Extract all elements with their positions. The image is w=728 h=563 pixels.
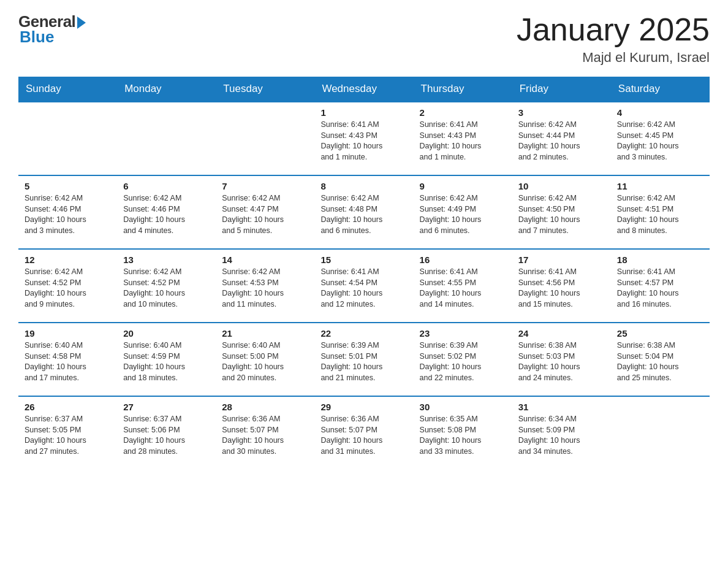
day-number: 2 [420, 107, 506, 118]
calendar-cell: 23Sunrise: 6:39 AM Sunset: 5:02 PM Dayli… [414, 323, 512, 396]
calendar-week-4: 19Sunrise: 6:40 AM Sunset: 4:58 PM Dayli… [18, 323, 710, 396]
day-number: 20 [123, 328, 210, 339]
day-number: 27 [123, 402, 210, 412]
day-info: Sunrise: 6:42 AM Sunset: 4:44 PM Dayligh… [518, 120, 605, 163]
location-title: Majd el Kurum, Israel [517, 50, 710, 66]
calendar-cell [18, 102, 117, 175]
calendar-cell: 16Sunrise: 6:41 AM Sunset: 4:55 PM Dayli… [414, 249, 512, 323]
calendar-cell: 15Sunrise: 6:41 AM Sunset: 4:54 PM Dayli… [314, 249, 413, 323]
day-info: Sunrise: 6:40 AM Sunset: 4:59 PM Dayligh… [123, 340, 210, 383]
day-number: 25 [617, 328, 703, 339]
title-block: January 2025 Majd el Kurum, Israel [517, 12, 710, 66]
day-info: Sunrise: 6:42 AM Sunset: 4:49 PM Dayligh… [420, 193, 506, 236]
day-number: 12 [25, 255, 111, 265]
calendar-cell [117, 102, 216, 175]
day-info: Sunrise: 6:35 AM Sunset: 5:08 PM Dayligh… [420, 414, 506, 457]
calendar-cell: 13Sunrise: 6:42 AM Sunset: 4:52 PM Dayli… [117, 249, 216, 323]
weekday-header-thursday: Thursday [414, 77, 512, 102]
weekday-header-monday: Monday [117, 77, 216, 102]
day-number: 8 [320, 181, 407, 191]
day-info: Sunrise: 6:42 AM Sunset: 4:48 PM Dayligh… [320, 193, 407, 236]
weekday-header-tuesday: Tuesday [216, 77, 314, 102]
calendar-cell [216, 102, 314, 175]
logo: General Blue [18, 12, 86, 47]
day-number: 10 [518, 181, 605, 191]
day-info: Sunrise: 6:41 AM Sunset: 4:57 PM Dayligh… [617, 267, 703, 310]
calendar-cell: 25Sunrise: 6:38 AM Sunset: 5:04 PM Dayli… [611, 323, 710, 396]
day-info: Sunrise: 6:36 AM Sunset: 5:07 PM Dayligh… [320, 414, 407, 457]
calendar-cell: 12Sunrise: 6:42 AM Sunset: 4:52 PM Dayli… [18, 249, 117, 323]
weekday-header-saturday: Saturday [611, 77, 710, 102]
weekday-header-row: SundayMondayTuesdayWednesdayThursdayFrid… [18, 77, 710, 102]
calendar-cell: 10Sunrise: 6:42 AM Sunset: 4:50 PM Dayli… [512, 175, 611, 249]
calendar-cell: 20Sunrise: 6:40 AM Sunset: 4:59 PM Dayli… [117, 323, 216, 396]
calendar-cell: 22Sunrise: 6:39 AM Sunset: 5:01 PM Dayli… [314, 323, 413, 396]
day-number: 7 [222, 181, 308, 191]
day-number: 9 [420, 181, 506, 191]
weekday-header-wednesday: Wednesday [314, 77, 413, 102]
calendar-cell: 5Sunrise: 6:42 AM Sunset: 4:46 PM Daylig… [18, 175, 117, 249]
day-info: Sunrise: 6:38 AM Sunset: 5:03 PM Dayligh… [518, 340, 605, 383]
day-number: 31 [518, 402, 605, 412]
day-info: Sunrise: 6:42 AM Sunset: 4:46 PM Dayligh… [123, 193, 210, 236]
day-number: 24 [518, 328, 605, 339]
day-number: 14 [222, 255, 308, 265]
day-info: Sunrise: 6:42 AM Sunset: 4:51 PM Dayligh… [617, 193, 703, 236]
calendar-cell: 17Sunrise: 6:41 AM Sunset: 4:56 PM Dayli… [512, 249, 611, 323]
calendar-cell: 27Sunrise: 6:37 AM Sunset: 5:06 PM Dayli… [117, 396, 216, 470]
day-info: Sunrise: 6:39 AM Sunset: 5:02 PM Dayligh… [420, 340, 506, 383]
day-number: 18 [617, 255, 703, 265]
day-number: 15 [320, 255, 407, 265]
calendar-cell: 21Sunrise: 6:40 AM Sunset: 5:00 PM Dayli… [216, 323, 314, 396]
calendar-cell: 14Sunrise: 6:42 AM Sunset: 4:53 PM Dayli… [216, 249, 314, 323]
day-number: 17 [518, 255, 605, 265]
day-number: 5 [25, 181, 111, 191]
calendar-cell: 26Sunrise: 6:37 AM Sunset: 5:05 PM Dayli… [18, 396, 117, 470]
day-info: Sunrise: 6:42 AM Sunset: 4:52 PM Dayligh… [123, 267, 210, 310]
day-number: 4 [617, 107, 703, 118]
weekday-header-sunday: Sunday [18, 77, 117, 102]
calendar-cell: 2Sunrise: 6:41 AM Sunset: 4:43 PM Daylig… [414, 102, 512, 175]
page-header: General Blue January 2025 Majd el Kurum,… [18, 12, 710, 66]
calendar-week-2: 5Sunrise: 6:42 AM Sunset: 4:46 PM Daylig… [18, 175, 710, 249]
logo-blue-text: Blue [20, 28, 54, 47]
calendar-cell: 9Sunrise: 6:42 AM Sunset: 4:49 PM Daylig… [414, 175, 512, 249]
month-title: January 2025 [517, 12, 710, 47]
calendar-cell: 24Sunrise: 6:38 AM Sunset: 5:03 PM Dayli… [512, 323, 611, 396]
day-number: 23 [420, 328, 506, 339]
day-info: Sunrise: 6:42 AM Sunset: 4:46 PM Dayligh… [25, 193, 111, 236]
day-number: 3 [518, 107, 605, 118]
calendar-cell: 30Sunrise: 6:35 AM Sunset: 5:08 PM Dayli… [414, 396, 512, 470]
day-info: Sunrise: 6:42 AM Sunset: 4:45 PM Dayligh… [617, 120, 703, 163]
weekday-header-friday: Friday [512, 77, 611, 102]
calendar-cell: 3Sunrise: 6:42 AM Sunset: 4:44 PM Daylig… [512, 102, 611, 175]
calendar-cell: 4Sunrise: 6:42 AM Sunset: 4:45 PM Daylig… [611, 102, 710, 175]
day-number: 29 [320, 402, 407, 412]
day-info: Sunrise: 6:37 AM Sunset: 5:05 PM Dayligh… [25, 414, 111, 457]
day-info: Sunrise: 6:41 AM Sunset: 4:54 PM Dayligh… [320, 267, 407, 310]
calendar-cell: 1Sunrise: 6:41 AM Sunset: 4:43 PM Daylig… [314, 102, 413, 175]
calendar-cell: 11Sunrise: 6:42 AM Sunset: 4:51 PM Dayli… [611, 175, 710, 249]
logo-arrow-icon [77, 17, 86, 29]
calendar-cell: 28Sunrise: 6:36 AM Sunset: 5:07 PM Dayli… [216, 396, 314, 470]
calendar-cell: 19Sunrise: 6:40 AM Sunset: 4:58 PM Dayli… [18, 323, 117, 396]
calendar-week-1: 1Sunrise: 6:41 AM Sunset: 4:43 PM Daylig… [18, 102, 710, 175]
day-info: Sunrise: 6:42 AM Sunset: 4:52 PM Dayligh… [25, 267, 111, 310]
day-number: 19 [25, 328, 111, 339]
day-number: 13 [123, 255, 210, 265]
day-info: Sunrise: 6:41 AM Sunset: 4:56 PM Dayligh… [518, 267, 605, 310]
day-number: 6 [123, 181, 210, 191]
calendar-cell: 31Sunrise: 6:34 AM Sunset: 5:09 PM Dayli… [512, 396, 611, 470]
day-info: Sunrise: 6:41 AM Sunset: 4:43 PM Dayligh… [420, 120, 506, 163]
calendar-cell: 18Sunrise: 6:41 AM Sunset: 4:57 PM Dayli… [611, 249, 710, 323]
day-number: 11 [617, 181, 703, 191]
day-info: Sunrise: 6:42 AM Sunset: 4:47 PM Dayligh… [222, 193, 308, 236]
day-info: Sunrise: 6:38 AM Sunset: 5:04 PM Dayligh… [617, 340, 703, 383]
day-info: Sunrise: 6:37 AM Sunset: 5:06 PM Dayligh… [123, 414, 210, 457]
day-info: Sunrise: 6:42 AM Sunset: 4:50 PM Dayligh… [518, 193, 605, 236]
calendar-week-3: 12Sunrise: 6:42 AM Sunset: 4:52 PM Dayli… [18, 249, 710, 323]
calendar-cell: 6Sunrise: 6:42 AM Sunset: 4:46 PM Daylig… [117, 175, 216, 249]
day-number: 28 [222, 402, 308, 412]
calendar-table: SundayMondayTuesdayWednesdayThursdayFrid… [18, 77, 710, 470]
calendar-cell: 29Sunrise: 6:36 AM Sunset: 5:07 PM Dayli… [314, 396, 413, 470]
